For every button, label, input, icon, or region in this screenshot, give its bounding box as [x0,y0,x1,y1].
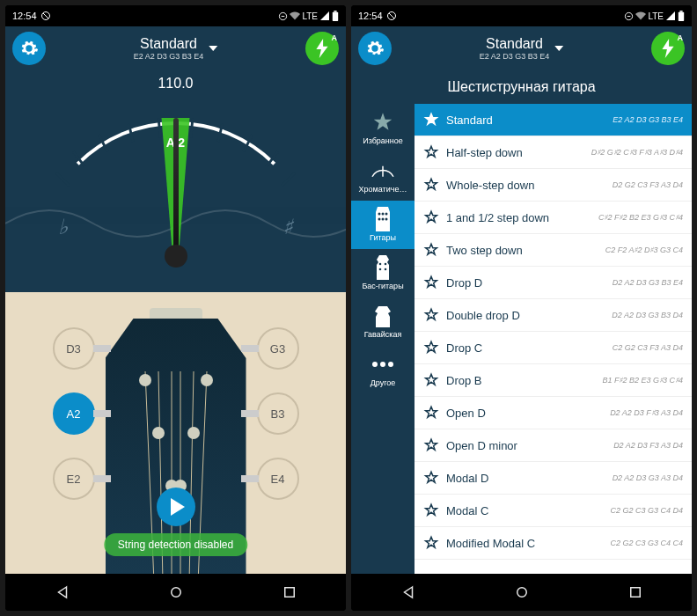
category-icon [355,256,411,279]
star-icon[interactable] [423,209,439,225]
sidebar-item-2[interactable]: Гитары [351,201,415,249]
star-icon[interactable] [423,535,439,551]
star-icon[interactable] [423,144,439,160]
tuning-row-notes: D2 A2 D3 G3 B3 E4 [613,278,683,287]
tuning-row-notes: D2 A2 D3 F♯3 A3 D4 [610,408,683,417]
network: LTE [302,11,318,21]
tuning-notes: E2 A2 D3 G3 B3 E4 [134,52,204,61]
tuning-row[interactable]: Modified Modal CC2 G2 C3 G3 C4 C4 [415,527,692,560]
tuning-row-notes: D2 G2 C3 F3 A3 D4 [613,180,683,189]
star-icon[interactable] [423,502,439,518]
star-icon[interactable] [423,177,439,193]
tuning-row-name: Half-step down [446,146,591,159]
sidebar-item-label: Хроматиче… [355,185,411,194]
svg-line-9 [128,124,133,142]
sidebar-item-4[interactable]: Гавайская [351,297,415,346]
svg-line-1 [43,13,48,18]
recent-icon[interactable] [282,584,297,600]
star-icon[interactable] [423,275,439,290]
headstock: D3 G3 A2 B3 E2 E4 String detection disab… [5,292,346,574]
star-icon[interactable] [423,470,439,486]
tuning-row[interactable]: Drop DD2 A2 D3 G3 B3 E4 [415,267,692,299]
clock: 12:54 [12,11,37,21]
gear-icon [19,39,39,58]
auto-mode-button[interactable]: A [651,32,685,65]
tuning-row[interactable]: Modal DD2 A2 D3 G3 A3 D4 [415,462,692,495]
star-icon[interactable] [423,405,439,421]
svg-point-39 [385,213,388,216]
svg-line-31 [389,13,394,18]
tuning-row-notes: D2 A2 D3 F3 A3 D4 [613,441,683,450]
tuning-row[interactable]: Half-step downD♯2 G♯2 C♯3 F♯3 A♯3 D♯4 [415,136,692,169]
sidebar-item-0[interactable]: Избранное [351,104,415,152]
svg-line-14 [267,151,278,165]
auto-badge: A [678,33,684,42]
tuning-list[interactable]: StandardE2 A2 D3 G3 B3 E4Half-step downD… [415,104,692,574]
sidebar-item-label: Другое [355,378,411,387]
tuning-row[interactable]: Two step downC2 F2 A♯2 D♯3 G3 C4 [415,234,692,267]
home-icon[interactable] [168,584,184,600]
tuning-row[interactable]: Modal CC2 G2 C3 G3 C4 D4 [415,495,692,527]
tuning-row[interactable]: Open DD2 A2 D3 F♯3 A3 D4 [415,397,692,429]
peg-e4[interactable]: E4 [257,458,299,500]
sidebar-item-3[interactable]: Бас-гитары [351,249,415,297]
tuning-row-name: Open D [446,407,610,420]
settings-button[interactable] [12,32,46,65]
settings-button[interactable] [358,32,392,65]
android-navbar [351,574,692,611]
tuning-row[interactable]: Double drop DD2 A2 D3 G3 B3 D4 [415,299,692,332]
svg-point-44 [385,263,387,266]
tuning-row-name: 1 and 1/2 step down [446,211,598,224]
category-icon [355,304,411,327]
peg-b3[interactable]: B3 [257,392,299,435]
category-sidebar: ИзбранноеХроматиче…ГитарыБас-гитарыГавай… [351,104,415,574]
category-icon [355,111,411,134]
sidebar-item-label: Гавайская [355,330,411,339]
tuning-row[interactable]: Whole-step downD2 G2 C3 F3 A3 D4 [415,169,692,202]
tuner-screen: 12:54 LTE Standard E2 A2 D3 G3 B3 E4 A 1… [5,5,346,611]
tuning-name: Standard [480,36,550,52]
star-icon[interactable] [423,372,439,388]
chevron-down-icon [554,46,563,51]
back-icon[interactable] [55,584,70,600]
tuner-content: 110.0 A 2 ♭ ♯ [5,70,346,574]
svg-rect-5 [334,11,336,12]
tuning-row[interactable]: 1 and 1/2 step downC♯2 F♯2 B2 E3 G♯3 C♯4 [415,202,692,234]
svg-point-46 [385,268,387,271]
peg-d3[interactable]: D3 [53,327,95,370]
peg-a2[interactable]: A2 [53,392,95,435]
tuning-row[interactable]: Drop CC2 G2 C3 F3 A3 D4 [415,332,692,364]
star-icon[interactable] [423,307,439,323]
svg-line-15 [282,173,295,187]
svg-rect-29 [284,588,294,598]
sidebar-item-1[interactable]: Хроматиче… [351,152,415,201]
star-icon[interactable] [423,340,439,356]
back-icon[interactable] [400,584,416,600]
play-button[interactable] [157,488,195,526]
tuning-selector[interactable]: Standard E2 A2 D3 G3 B3 E4 [480,36,564,61]
star-icon[interactable] [423,112,439,128]
svg-point-49 [388,362,393,367]
star-icon[interactable] [423,242,439,258]
category-icon [355,208,411,231]
home-icon[interactable] [514,584,530,600]
auto-mode-button[interactable]: A [305,32,339,65]
tuning-row-notes: C♯2 F♯2 B2 E3 G♯3 C♯4 [598,213,683,222]
category-icon [355,353,411,376]
svg-point-37 [378,213,381,216]
svg-rect-34 [679,11,684,20]
svg-line-10 [158,119,160,137]
tuning-row[interactable]: Open D minorD2 A2 D3 F3 A3 D4 [415,429,692,462]
tuning-list-screen: 12:54 LTE Standard E2 A2 D3 G3 B3 E4 A Ш… [351,5,692,611]
sidebar-item-5[interactable]: Другое [351,346,415,394]
peg-g3[interactable]: G3 [257,327,299,370]
tuning-row[interactable]: Drop BB1 F♯2 B2 E3 G♯3 C♯4 [415,364,692,397]
star-icon[interactable] [423,437,439,453]
tuning-row[interactable]: StandardE2 A2 D3 G3 B3 E4 [415,104,692,136]
peg-e2[interactable]: E2 [53,458,95,500]
tuning-notes: E2 A2 D3 G3 B3 E4 [480,52,550,61]
tuning-row-notes: C2 G2 C3 G3 C4 C4 [610,539,683,547]
svg-point-45 [379,268,382,271]
tuning-selector[interactable]: Standard E2 A2 D3 G3 B3 E4 [134,36,218,61]
recent-icon[interactable] [627,584,643,600]
